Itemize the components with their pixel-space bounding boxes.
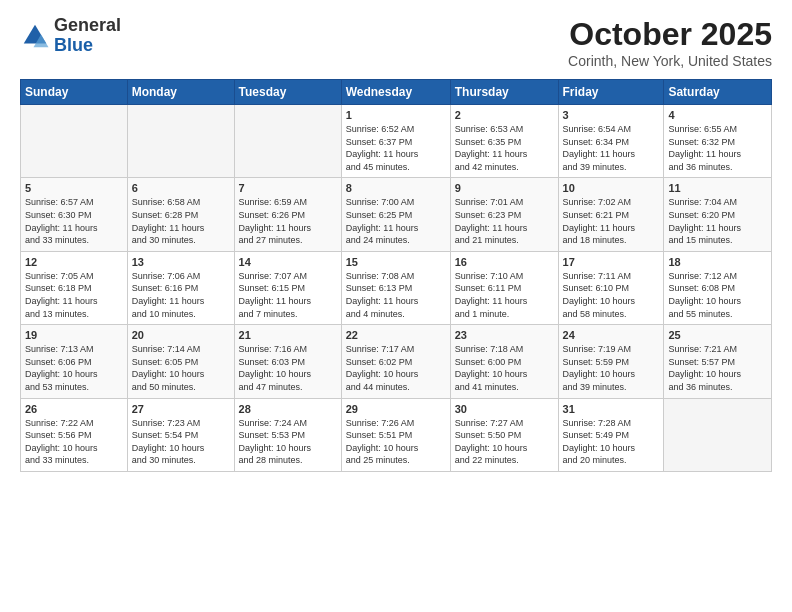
- calendar-cell: 23Sunrise: 7:18 AM Sunset: 6:00 PM Dayli…: [450, 325, 558, 398]
- day-info: Sunrise: 7:27 AM Sunset: 5:50 PM Dayligh…: [455, 417, 554, 467]
- calendar-cell: 19Sunrise: 7:13 AM Sunset: 6:06 PM Dayli…: [21, 325, 128, 398]
- day-info: Sunrise: 7:02 AM Sunset: 6:21 PM Dayligh…: [563, 196, 660, 246]
- logo-icon: [20, 21, 50, 51]
- day-info: Sunrise: 7:17 AM Sunset: 6:02 PM Dayligh…: [346, 343, 446, 393]
- calendar-cell: 31Sunrise: 7:28 AM Sunset: 5:49 PM Dayli…: [558, 398, 664, 471]
- page-container: General Blue October 2025 Corinth, New Y…: [0, 0, 792, 482]
- day-number: 31: [563, 403, 660, 415]
- month-title: October 2025: [568, 16, 772, 53]
- weekday-header-tuesday: Tuesday: [234, 80, 341, 105]
- calendar-cell: 7Sunrise: 6:59 AM Sunset: 6:26 PM Daylig…: [234, 178, 341, 251]
- calendar-cell: 30Sunrise: 7:27 AM Sunset: 5:50 PM Dayli…: [450, 398, 558, 471]
- day-number: 25: [668, 329, 767, 341]
- weekday-header-friday: Friday: [558, 80, 664, 105]
- calendar-cell: [127, 105, 234, 178]
- day-info: Sunrise: 7:14 AM Sunset: 6:05 PM Dayligh…: [132, 343, 230, 393]
- day-info: Sunrise: 6:53 AM Sunset: 6:35 PM Dayligh…: [455, 123, 554, 173]
- day-info: Sunrise: 7:04 AM Sunset: 6:20 PM Dayligh…: [668, 196, 767, 246]
- day-number: 7: [239, 182, 337, 194]
- calendar-cell: 22Sunrise: 7:17 AM Sunset: 6:02 PM Dayli…: [341, 325, 450, 398]
- day-info: Sunrise: 7:05 AM Sunset: 6:18 PM Dayligh…: [25, 270, 123, 320]
- calendar-cell: 6Sunrise: 6:58 AM Sunset: 6:28 PM Daylig…: [127, 178, 234, 251]
- day-info: Sunrise: 6:59 AM Sunset: 6:26 PM Dayligh…: [239, 196, 337, 246]
- day-number: 26: [25, 403, 123, 415]
- day-info: Sunrise: 7:21 AM Sunset: 5:57 PM Dayligh…: [668, 343, 767, 393]
- day-info: Sunrise: 7:22 AM Sunset: 5:56 PM Dayligh…: [25, 417, 123, 467]
- day-info: Sunrise: 7:26 AM Sunset: 5:51 PM Dayligh…: [346, 417, 446, 467]
- day-number: 13: [132, 256, 230, 268]
- weekday-header-sunday: Sunday: [21, 80, 128, 105]
- calendar-cell: 20Sunrise: 7:14 AM Sunset: 6:05 PM Dayli…: [127, 325, 234, 398]
- day-info: Sunrise: 6:54 AM Sunset: 6:34 PM Dayligh…: [563, 123, 660, 173]
- day-number: 10: [563, 182, 660, 194]
- calendar-cell: 9Sunrise: 7:01 AM Sunset: 6:23 PM Daylig…: [450, 178, 558, 251]
- page-header: General Blue October 2025 Corinth, New Y…: [20, 16, 772, 69]
- day-info: Sunrise: 6:52 AM Sunset: 6:37 PM Dayligh…: [346, 123, 446, 173]
- logo-blue-text: Blue: [54, 36, 121, 56]
- day-info: Sunrise: 7:12 AM Sunset: 6:08 PM Dayligh…: [668, 270, 767, 320]
- weekday-header-thursday: Thursday: [450, 80, 558, 105]
- day-number: 22: [346, 329, 446, 341]
- weekday-header-saturday: Saturday: [664, 80, 772, 105]
- calendar-cell: 21Sunrise: 7:16 AM Sunset: 6:03 PM Dayli…: [234, 325, 341, 398]
- day-number: 19: [25, 329, 123, 341]
- calendar-cell: 17Sunrise: 7:11 AM Sunset: 6:10 PM Dayli…: [558, 251, 664, 324]
- logo: General Blue: [20, 16, 121, 56]
- calendar-cell: 27Sunrise: 7:23 AM Sunset: 5:54 PM Dayli…: [127, 398, 234, 471]
- day-number: 9: [455, 182, 554, 194]
- calendar-cell: 15Sunrise: 7:08 AM Sunset: 6:13 PM Dayli…: [341, 251, 450, 324]
- day-number: 6: [132, 182, 230, 194]
- weekday-header-monday: Monday: [127, 80, 234, 105]
- day-number: 20: [132, 329, 230, 341]
- weekday-header-wednesday: Wednesday: [341, 80, 450, 105]
- day-info: Sunrise: 7:19 AM Sunset: 5:59 PM Dayligh…: [563, 343, 660, 393]
- title-section: October 2025 Corinth, New York, United S…: [568, 16, 772, 69]
- calendar-cell: 11Sunrise: 7:04 AM Sunset: 6:20 PM Dayli…: [664, 178, 772, 251]
- day-info: Sunrise: 7:24 AM Sunset: 5:53 PM Dayligh…: [239, 417, 337, 467]
- week-row-4: 19Sunrise: 7:13 AM Sunset: 6:06 PM Dayli…: [21, 325, 772, 398]
- logo-text: General Blue: [54, 16, 121, 56]
- day-info: Sunrise: 7:18 AM Sunset: 6:00 PM Dayligh…: [455, 343, 554, 393]
- day-number: 23: [455, 329, 554, 341]
- calendar-cell: 12Sunrise: 7:05 AM Sunset: 6:18 PM Dayli…: [21, 251, 128, 324]
- day-number: 24: [563, 329, 660, 341]
- calendar-cell: 8Sunrise: 7:00 AM Sunset: 6:25 PM Daylig…: [341, 178, 450, 251]
- day-number: 4: [668, 109, 767, 121]
- day-info: Sunrise: 7:16 AM Sunset: 6:03 PM Dayligh…: [239, 343, 337, 393]
- day-number: 12: [25, 256, 123, 268]
- week-row-5: 26Sunrise: 7:22 AM Sunset: 5:56 PM Dayli…: [21, 398, 772, 471]
- calendar-cell: 10Sunrise: 7:02 AM Sunset: 6:21 PM Dayli…: [558, 178, 664, 251]
- calendar-cell: 4Sunrise: 6:55 AM Sunset: 6:32 PM Daylig…: [664, 105, 772, 178]
- day-info: Sunrise: 7:13 AM Sunset: 6:06 PM Dayligh…: [25, 343, 123, 393]
- week-row-3: 12Sunrise: 7:05 AM Sunset: 6:18 PM Dayli…: [21, 251, 772, 324]
- week-row-1: 1Sunrise: 6:52 AM Sunset: 6:37 PM Daylig…: [21, 105, 772, 178]
- week-row-2: 5Sunrise: 6:57 AM Sunset: 6:30 PM Daylig…: [21, 178, 772, 251]
- day-info: Sunrise: 7:28 AM Sunset: 5:49 PM Dayligh…: [563, 417, 660, 467]
- weekday-header-row: SundayMondayTuesdayWednesdayThursdayFrid…: [21, 80, 772, 105]
- day-number: 18: [668, 256, 767, 268]
- calendar-cell: 5Sunrise: 6:57 AM Sunset: 6:30 PM Daylig…: [21, 178, 128, 251]
- day-info: Sunrise: 7:23 AM Sunset: 5:54 PM Dayligh…: [132, 417, 230, 467]
- day-info: Sunrise: 7:08 AM Sunset: 6:13 PM Dayligh…: [346, 270, 446, 320]
- day-number: 1: [346, 109, 446, 121]
- day-number: 5: [25, 182, 123, 194]
- day-info: Sunrise: 6:58 AM Sunset: 6:28 PM Dayligh…: [132, 196, 230, 246]
- day-number: 3: [563, 109, 660, 121]
- calendar-cell: 25Sunrise: 7:21 AM Sunset: 5:57 PM Dayli…: [664, 325, 772, 398]
- calendar-cell: 18Sunrise: 7:12 AM Sunset: 6:08 PM Dayli…: [664, 251, 772, 324]
- day-info: Sunrise: 7:01 AM Sunset: 6:23 PM Dayligh…: [455, 196, 554, 246]
- day-number: 14: [239, 256, 337, 268]
- day-number: 29: [346, 403, 446, 415]
- day-info: Sunrise: 6:55 AM Sunset: 6:32 PM Dayligh…: [668, 123, 767, 173]
- day-number: 15: [346, 256, 446, 268]
- day-number: 30: [455, 403, 554, 415]
- day-info: Sunrise: 7:00 AM Sunset: 6:25 PM Dayligh…: [346, 196, 446, 246]
- calendar-cell: 24Sunrise: 7:19 AM Sunset: 5:59 PM Dayli…: [558, 325, 664, 398]
- day-number: 28: [239, 403, 337, 415]
- calendar-cell: 28Sunrise: 7:24 AM Sunset: 5:53 PM Dayli…: [234, 398, 341, 471]
- calendar-cell: 2Sunrise: 6:53 AM Sunset: 6:35 PM Daylig…: [450, 105, 558, 178]
- day-number: 27: [132, 403, 230, 415]
- calendar-cell: [234, 105, 341, 178]
- calendar-cell: 26Sunrise: 7:22 AM Sunset: 5:56 PM Dayli…: [21, 398, 128, 471]
- calendar-table: SundayMondayTuesdayWednesdayThursdayFrid…: [20, 79, 772, 472]
